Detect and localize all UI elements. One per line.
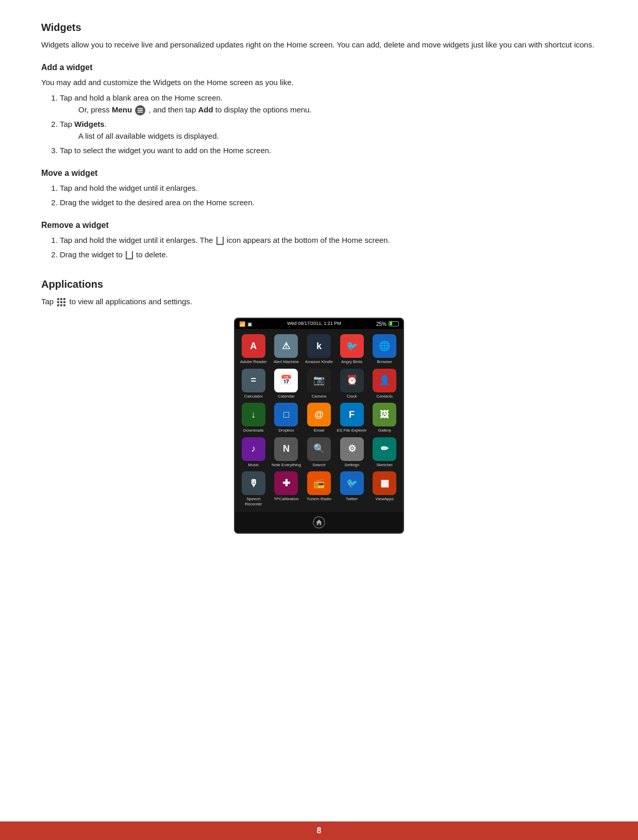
app-item[interactable]: ⚠ Alert Machine	[270, 332, 303, 367]
app-label: Camera	[312, 394, 326, 399]
app-item[interactable]: 📷 Camera	[303, 367, 335, 401]
app-icon: 📅	[274, 369, 298, 392]
app-item[interactable]: 🐦 Angry Birds	[335, 332, 368, 367]
app-icon: 🔍	[307, 437, 331, 461]
app-item[interactable]: 🖼 Gallery	[368, 401, 401, 435]
signal-icon: 📶	[239, 320, 245, 328]
app-item[interactable]: @ Email	[303, 401, 335, 435]
app-item[interactable]: 📻 TuneIn Radio	[303, 469, 335, 508]
remove-widget-steps: Tap and hold the widget until it enlarge…	[60, 235, 597, 261]
phone-status-bar: 📶 ▣ Wed 08/17/2011, 1:21 PM 25%	[235, 319, 403, 329]
app-label: ES File Explorer	[337, 428, 367, 433]
app-icon: 🎙	[242, 471, 265, 495]
move-widget-steps: Tap and hold the widget until it enlarge…	[60, 183, 597, 209]
app-icon: 🖼	[373, 403, 396, 426]
app-icon: A	[242, 334, 265, 358]
add-widget-step2: Tap Widgets. A list of all available wid…	[60, 119, 597, 142]
app-icon: 👤	[373, 369, 396, 392]
move-widget-step2: Drag the widget to the desired area on t…	[60, 197, 597, 209]
remove-widget-title: Remove a widget	[41, 219, 597, 232]
svg-rect-2	[138, 111, 143, 112]
home-button[interactable]	[313, 516, 325, 529]
app-item[interactable]: 🌐 Browser	[368, 332, 401, 367]
move-widget-step1: Tap and hold the widget until it enlarge…	[60, 183, 597, 194]
svg-rect-9	[57, 304, 59, 306]
app-icon: ↓	[242, 403, 265, 426]
applications-intro: Tap to view all applications and setting…	[41, 296, 597, 308]
svg-rect-6	[57, 301, 59, 303]
app-icon: 🐦	[340, 334, 364, 358]
app-icon: ⏰	[340, 369, 364, 392]
app-label: Alert Machine	[274, 359, 299, 365]
app-item[interactable]: 🎙 Speech Recorder	[237, 469, 270, 508]
svg-marker-12	[316, 519, 322, 525]
app-item[interactable]: 👤 Contacts	[368, 367, 401, 401]
add-widget-step1b: Or, press Menu , and then tap Add to dis…	[78, 104, 597, 116]
app-icon: 📻	[307, 471, 331, 495]
app-label: Gallery	[378, 428, 391, 433]
app-label: Downloads	[243, 428, 264, 433]
svg-rect-4	[60, 298, 62, 300]
app-item[interactable]: ⏰ Clock	[335, 367, 368, 401]
status-left: 📶 ▣	[239, 320, 252, 328]
widgets-intro: Widgets allow you to receive live and pe…	[41, 39, 597, 51]
trash-icon-step2	[126, 251, 133, 259]
svg-rect-7	[60, 301, 62, 303]
add-widget-intro: You may add and customize the Widgets on…	[41, 77, 597, 89]
app-icon: □	[274, 403, 298, 426]
app-label: Amazon Kindle	[305, 359, 333, 365]
app-label: Speech Recorder	[238, 497, 269, 506]
add-widget-step1: Tap and hold a blank area on the Home sc…	[60, 92, 597, 116]
app-item[interactable]: ↓ Downloads	[237, 401, 270, 435]
app-icon: ♪	[242, 437, 265, 461]
app-label: Angry Birds	[341, 359, 362, 365]
app-item[interactable]: = Calculator	[237, 367, 270, 401]
app-label: Twitter	[346, 497, 358, 502]
app-icon: @	[307, 403, 331, 426]
status-right: 25%	[376, 320, 399, 328]
remove-widget-step1: Tap and hold the widget until it enlarge…	[60, 235, 597, 246]
app-item[interactable]: ♪ Music	[237, 435, 270, 470]
app-item[interactable]: 📅 Calendar	[270, 367, 303, 401]
move-widget-title: Move a widget	[41, 167, 597, 179]
applications-title: Applications	[41, 276, 597, 292]
app-label: Dropbox	[278, 428, 294, 433]
app-item[interactable]: ▦ ViewApps	[368, 469, 401, 508]
svg-rect-3	[57, 298, 59, 300]
app-item[interactable]: 🔍 Search	[303, 435, 335, 470]
app-icon: F	[340, 403, 364, 426]
svg-rect-0	[138, 108, 143, 109]
svg-rect-5	[63, 298, 65, 300]
app-icon: k	[307, 334, 331, 358]
grid-icon-inline	[57, 298, 66, 307]
phone-screen: 📶 ▣ Wed 08/17/2011, 1:21 PM 25% A Adobe …	[234, 318, 404, 534]
app-icon: ⚙	[340, 437, 364, 461]
app-label: TPCalibration	[274, 497, 298, 502]
app-item[interactable]: ✏ Sketcher	[368, 435, 401, 470]
app-item[interactable]: N Note Everything	[270, 435, 303, 470]
app-icon: =	[242, 369, 265, 392]
add-widget-step3: Tap to select the widget you want to add…	[60, 145, 597, 157]
add-widget-step2b: A list of all available widgets is displ…	[78, 130, 597, 142]
app-label: Sketcher	[376, 463, 393, 468]
remove-widget-step2: Drag the widget to to delete.	[60, 249, 597, 261]
app-item[interactable]: k Amazon Kindle	[303, 332, 335, 367]
app-icon: ✚	[274, 471, 298, 495]
app-item[interactable]: 🐦 Twitter	[335, 469, 368, 508]
app-icon: ⚠	[274, 334, 298, 358]
page-content: Widgets Widgets allow you to receive liv…	[0, 0, 638, 580]
menu-icon	[135, 105, 145, 116]
app-item[interactable]: ⚙ Settings	[335, 435, 368, 470]
app-item[interactable]: □ Dropbox	[270, 401, 303, 435]
app-icon: 🐦	[340, 471, 364, 495]
app-icon: N	[274, 437, 298, 461]
app-label: Adobe Reader	[240, 359, 267, 365]
app-item[interactable]: ✚ TPCalibration	[270, 469, 303, 508]
app-item[interactable]: A Adobe Reader	[237, 332, 270, 367]
page-number: 8	[317, 825, 322, 837]
trash-icon-step1	[216, 237, 224, 245]
app-label: Music	[248, 463, 259, 468]
phone-bottom-bar	[235, 512, 403, 533]
app-label: Clock	[347, 394, 357, 399]
app-item[interactable]: F ES File Explorer	[335, 401, 368, 435]
